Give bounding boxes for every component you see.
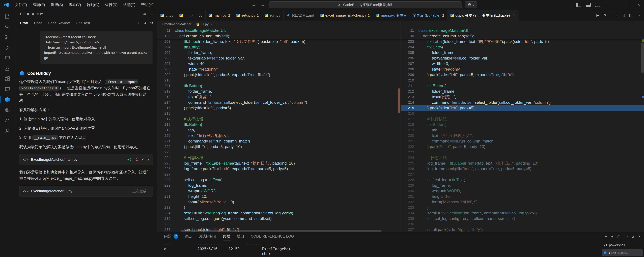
code-line[interactable]: 233 ) (401, 205, 644, 210)
code-line[interactable]: 205 folder_frame, (401, 50, 644, 55)
code-line[interactable]: 203 ttk.Label(folder_frame, text="图片文件夹:… (401, 39, 644, 44)
code-line[interactable]: 210 (401, 78, 644, 83)
chevron-down-icon[interactable]: ∨ (611, 234, 613, 238)
activity-bar-item[interactable] (0, 105, 15, 115)
code-line[interactable]: 221 command=self.run_column_match (401, 138, 644, 144)
split-editor-icon[interactable]: ◫ (629, 13, 632, 17)
code-line[interactable]: 223 (158, 149, 400, 155)
code-line[interactable]: 209 ).pack(side="left", padx=5, expand=T… (401, 72, 644, 78)
toggle-secondary-sidebar-icon[interactable] (595, 3, 600, 7)
sidebar-tab-craft[interactable]: Craft (20, 19, 28, 27)
maximize-icon[interactable]: □ (622, 0, 633, 10)
code-line[interactable]: 204 ttk.Entry( (158, 44, 400, 50)
code-line[interactable]: 203 ttk.Label(folder_frame, text="图片文件夹:… (158, 39, 400, 44)
code-line[interactable]: 205 folder_frame, (158, 50, 400, 55)
sidebar-tab-chat[interactable]: Chat (34, 19, 42, 27)
editor-tab[interactable]: setup.py1 (233, 10, 262, 20)
breadcrumb[interactable]: ExcelImageMatcher›ui.py›... (158, 20, 400, 28)
code-line[interactable]: 230 wrap=tk.WORD, (158, 188, 400, 194)
code-line[interactable]: 206 textvariable=self.col_folder_var, (158, 55, 400, 61)
code-line[interactable]: 216 (158, 111, 400, 116)
assistant-button[interactable]: ⚙ ∨ (465, 1, 477, 8)
more-icon[interactable]: ⋯ (150, 12, 153, 16)
code-line[interactable]: 208 state="readonly" (158, 66, 400, 72)
scrollbar-thumb[interactable] (641, 42, 644, 73)
scrollbar-thumb[interactable] (180, 230, 382, 232)
code-line[interactable]: 223 (401, 149, 644, 155)
add-terminal-icon[interactable]: + (605, 234, 607, 238)
code-line[interactable]: 215 ).pack(side="left", padx=5) (401, 105, 644, 111)
panel-tab[interactable]: 终端 (223, 232, 230, 241)
panel-tab[interactable]: 端口 (237, 232, 244, 241)
code-line[interactable]: 233 ) (158, 205, 400, 210)
panel-tab[interactable]: 输出 (184, 232, 192, 241)
code-line[interactable]: 212 folder_frame, (401, 88, 644, 94)
code-line[interactable]: 130 def create_column_tab(self): (158, 33, 400, 39)
activity-bar-item[interactable] (0, 84, 15, 94)
code-line[interactable]: 130 def create_column_tab(self): (401, 33, 644, 39)
command-center-search[interactable]: CodeBuddy实现Excel批量插图 (269, 1, 462, 8)
code-line[interactable]: 226 log_frame.pack(fill="both", expand=T… (401, 166, 644, 172)
code-line[interactable]: 214 command=lambda: self.select_folder(s… (158, 100, 400, 105)
file-change-card[interactable]: </>ExcelImageMatcher/main.py+2-1✓× (19, 154, 153, 165)
menu-item[interactable]: 帮助(H) (138, 0, 156, 10)
file-change-card[interactable]: </>ExcelImageMatcher/ui.py正在生成... (19, 186, 153, 196)
code-line[interactable]: 11class ExcelImageMatcherUI: (401, 28, 644, 33)
activity-bar-item[interactable] (0, 94, 15, 105)
editor-tab[interactable]: run.py (262, 10, 283, 20)
breadcrumb-item[interactable]: ... (214, 22, 216, 26)
activity-bar-item[interactable] (0, 63, 15, 74)
activity-bar-item[interactable] (0, 11, 15, 22)
editor-tab[interactable]: excel_image_matcher.py1 (317, 10, 373, 20)
code-line[interactable]: 224 # 日志区域 (158, 155, 400, 160)
code-line[interactable]: 207 width=40, (158, 61, 400, 66)
menu-item[interactable]: 选择(S) (48, 0, 66, 10)
code-line[interactable]: 211 ttk.Button( (158, 83, 400, 88)
code-body[interactable]: 203 ttk.Label(folder_frame, text="图片文件夹:… (401, 39, 644, 232)
code-line[interactable]: 207 width=40, (401, 61, 644, 66)
code-line[interactable]: 232 font=('Microsoft YaHei', 9) (401, 199, 644, 205)
code-line[interactable]: 209 ).pack(side="left", padx=5, expand=T… (158, 72, 400, 78)
code-line[interactable]: 231 height=10, (158, 194, 400, 199)
code-line[interactable]: 226 log_frame.pack(fill="both", expand=T… (158, 166, 400, 172)
code-line[interactable]: 217 # 执行按钮 (158, 116, 400, 122)
history-icon[interactable]: ↺ (144, 21, 146, 25)
editor-tab[interactable]: ui.py (158, 10, 176, 20)
add-icon[interactable]: + (138, 21, 140, 25)
broadcast-icon[interactable]: ⊕ (143, 12, 146, 16)
menu-item[interactable]: 文件(F) (12, 0, 30, 10)
settings-gear-icon[interactable]: ⚙ (150, 21, 153, 25)
horizontal-scrollbar[interactable] (176, 230, 395, 232)
forward-icon[interactable]: → (260, 2, 266, 8)
close-icon[interactable]: × (513, 13, 515, 18)
split-terminal-icon[interactable]: ◫ (617, 234, 620, 238)
code-line[interactable]: 228 self.col_log = tk.Text( (401, 177, 644, 182)
code-line[interactable]: 222 ).pack(fill="x", padx=5, pady=10) (401, 144, 644, 149)
code-line[interactable]: 221 command=self.run_column_match (158, 138, 400, 144)
menu-item[interactable]: 查看(V) (66, 0, 84, 10)
chevron-up-icon[interactable]: ∧ (632, 234, 634, 238)
code-line[interactable]: 234 scroll = ttk.Scrollbar(log_frame, co… (158, 210, 400, 216)
terminal-list-item[interactable]: CraftExcel... (602, 249, 643, 256)
editor-tab[interactable]: main.py2 (206, 10, 233, 20)
toggle-panel-icon[interactable] (586, 3, 591, 7)
arrow-up-icon[interactable]: ↑ (610, 13, 612, 17)
menu-item[interactable]: 编辑(E) (30, 0, 48, 10)
terminal-output[interactable]: ---- ------------- ------ ---- d----- 20… (158, 241, 600, 257)
code-line[interactable]: 214 command=lambda: self.select_folder(s… (401, 100, 644, 105)
vertical-scrollbar[interactable] (398, 39, 400, 230)
code-line[interactable]: 224 # 日志区域 (401, 155, 644, 160)
code-body[interactable]: 203 ttk.Label(folder_frame, text="图片文件夹:… (158, 39, 400, 232)
code-line[interactable]: 215 ).pack(side="left", padx=5) (158, 105, 400, 111)
code-line[interactable]: 212 folder_frame, (158, 88, 400, 94)
menu-item[interactable]: 转到(G) (84, 0, 102, 10)
toggle-sidebar-icon[interactable] (576, 3, 581, 7)
code-line[interactable]: 211 ttk.Button( (401, 83, 644, 88)
menu-item[interactable]: 运行(R) (102, 0, 120, 10)
close-icon[interactable]: × (638, 234, 640, 238)
code-line[interactable]: 216 (401, 111, 644, 116)
editor-tab[interactable]: ui.py: 变更前 ↔ 变更后 (Editable)× (447, 10, 518, 20)
scrollbar-thumb[interactable] (398, 88, 400, 113)
code-line[interactable]: 236 (158, 221, 400, 227)
editor-tab[interactable]: main.py: 变更前 ↔ 变更后 (Editable)2 (373, 10, 447, 20)
